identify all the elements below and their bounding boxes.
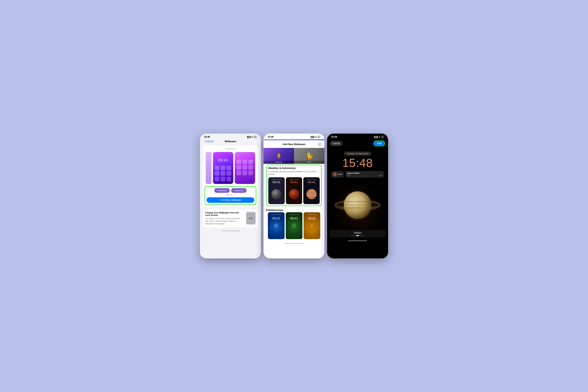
bus-mins: 60m: [380, 175, 382, 176]
grid-icon-2: [221, 166, 225, 170]
kaleido-gold-svg: [305, 218, 318, 233]
jupiter-wallpaper-option[interactable]: Tuesday, 9 January 09:41: [303, 177, 320, 204]
bus-sub: Now 60m: [347, 175, 382, 176]
status-time-1: 15:48: [204, 136, 210, 138]
photo-tab-strip: 🧍 Featured 🐈 Pets: [264, 148, 324, 164]
jupiter-time: 09:41: [303, 180, 320, 184]
star-5: [384, 202, 384, 202]
status-bar-3: 15:48 ▐▐▐ ⊖ 72: [327, 134, 388, 140]
signal-icon-3: ▐▐▐: [374, 136, 378, 138]
wifi-icon-2: ⊖: [315, 136, 316, 138]
home-indicator-2: [284, 243, 304, 244]
moon-time: 09:41: [268, 180, 285, 184]
bus-title: Stops in 14min: [347, 172, 382, 174]
pets-tab[interactable]: 🐈 Pets: [294, 148, 324, 164]
saturn-dot-1: [351, 235, 352, 236]
home-grid-2: [235, 158, 255, 177]
lock-time: 15:48: [330, 157, 384, 169]
info-thumbnail: 9:41: [246, 212, 256, 224]
grid-icon-4: [215, 171, 219, 176]
customise-section: Customise Customise + Add New Wallpaper: [204, 186, 256, 205]
grid-icon-8: [221, 177, 225, 181]
dot-2: [227, 194, 228, 196]
kaleidoscope-blue-option[interactable]: Tuesday, 9 January 09:41: [268, 212, 284, 239]
saturn-dot-2: [353, 235, 354, 236]
screen-add-wallpaper: 15:48 ▐▐▐ ⊖ 72 Add New Wallpaper × 🧍 Fea…: [264, 134, 324, 258]
kaleido-blue-svg: [270, 218, 283, 233]
kaleido-blue-pattern: [268, 212, 284, 239]
lock-widgets: 2 19:18 Stops in 14min Now 60m: [329, 170, 386, 179]
jupiter-planet-area: [303, 184, 320, 204]
customise-lock-button[interactable]: Customise: [214, 188, 230, 193]
grid-icon-6: [226, 171, 231, 176]
status-icons-1: ▐▐▐ ⊖ 72: [246, 136, 257, 138]
page-dots: [206, 194, 254, 196]
lock-date: Tuesday, 19 September: [344, 152, 371, 156]
moon-graphic: [271, 189, 282, 199]
dot-3: [229, 194, 230, 196]
saturn-dot-4: [356, 235, 359, 236]
status-bar-1: 15:48 ▐▐▐ ⊖ 72: [200, 134, 261, 140]
modal-close-button[interactable]: ×: [318, 142, 322, 146]
mars-planet-area: [286, 184, 302, 204]
grid-icon-9: [226, 177, 231, 181]
saturn-rings-front: [339, 201, 376, 210]
info-card: Change your Wallpaper from the Lock Scre…: [203, 209, 258, 228]
screen-wallpaper-settings: 15:48 ▐▐▐ ⊖ 72 ‹ Settings Wallpaper CURR…: [200, 134, 261, 258]
kaleidoscope-gold-option[interactable]: Tuesday, 8 January 09:41: [304, 212, 320, 239]
home-grid-icon-2: [242, 160, 247, 164]
home-grid: [213, 164, 233, 183]
mars-wallpaper-option[interactable]: Tuesday, 9 January 09:41: [286, 177, 302, 204]
wallpaper-previews: 09:41: [205, 152, 256, 184]
bus-now: Now: [347, 175, 350, 176]
moon-wallpaper-option[interactable]: Tuesday, 9 January 09:41: [268, 177, 285, 204]
moon-date: Tuesday, 9 January: [268, 177, 285, 180]
info-title: Change your Wallpaper from the Lock Scre…: [205, 212, 244, 216]
star-1: [335, 183, 335, 184]
lock-screen-preview-card: Tuesday, 19 September 15:48 2 19:18 Stop…: [329, 149, 386, 238]
weather-section-wrapper: Weather & Astronomy Live weather and ast…: [264, 164, 324, 207]
home-grid-icon-1: [236, 160, 241, 164]
nav-bar: ‹ Settings Wallpaper: [200, 140, 261, 144]
weather-title: Weather & Astronomy: [268, 167, 320, 170]
home-indicator-3: [348, 240, 367, 241]
wallpaper-preview-lock: 09:41: [213, 152, 233, 184]
saturn-graphic-container: [334, 185, 381, 226]
grid-icon-5: [221, 171, 225, 176]
wallpaper-preview-left-partial: [206, 152, 212, 184]
star-6: [330, 210, 331, 210]
home-grid-icon-7: [236, 170, 241, 175]
grid-icon-7: [215, 177, 219, 181]
battery-1: 72: [254, 136, 257, 138]
customise-home-button[interactable]: Customise: [231, 188, 246, 193]
kaleidoscope-green-option[interactable]: Tuesday, 9 January 09:41: [286, 212, 302, 239]
star-4: [332, 195, 332, 195]
dot-6: [234, 194, 236, 196]
customise-btn-row: Customise Customise: [206, 188, 254, 193]
saturn-top-bar: Cancel Add: [327, 140, 388, 148]
kaleidoscope-section: Kaleidoscope Tuesday, 9 January 09:41: [264, 207, 324, 240]
add-new-wallpaper-button[interactable]: + Add New Wallpaper: [206, 197, 254, 203]
cancel-button[interactable]: Cancel: [330, 141, 342, 146]
add-button[interactable]: Add: [374, 140, 385, 146]
modal-title: Add New Wallpaper: [283, 143, 306, 146]
weather-preview-row: Tuesday, 9 January 09:41 Tuesday, 9 Janu…: [268, 177, 320, 204]
saturn-label: Saturn: [329, 230, 386, 235]
widget-bus: Stops in 14min Now 60m: [346, 171, 384, 178]
saturn-display: [329, 180, 386, 230]
weather-desc: Live weather and astronomical conditions…: [268, 170, 320, 176]
status-time-3: 15:48: [331, 136, 337, 138]
featured-tab[interactable]: 🧍 Featured: [264, 148, 294, 164]
pet-icon: 🐈: [305, 152, 313, 160]
battery-2: 72: [317, 136, 320, 138]
mars-graphic: [289, 189, 299, 199]
kaleidoscope-title: Kaleidoscope: [266, 209, 322, 212]
home-grid-icon-3: [248, 160, 253, 164]
home-grid-icon-5: [242, 165, 247, 170]
wallpaper-card: CURRENT 09:41: [203, 146, 258, 207]
back-button[interactable]: ‹ Settings: [204, 140, 214, 143]
thumbnail-time: 9:41: [246, 212, 255, 224]
wifi-icon-1: ⊖: [251, 136, 253, 138]
ring-num: 2: [333, 172, 337, 176]
grid-icon-3: [226, 166, 231, 170]
